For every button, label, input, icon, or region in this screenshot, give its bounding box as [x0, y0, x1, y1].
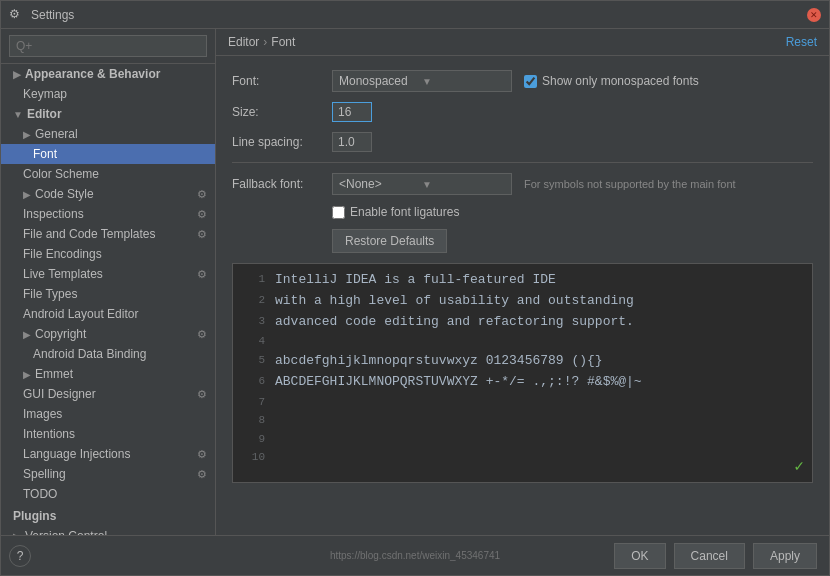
expand-arrow-code-style: ▶	[23, 189, 31, 200]
sidebar-item-inspections[interactable]: Inspections ⚙	[1, 204, 215, 224]
line-spacing-row: Line spacing:	[232, 132, 813, 152]
gear-icon-copyright: ⚙	[197, 328, 207, 341]
line-num-3: 3	[241, 312, 265, 333]
line-code-2: with a high level of usability and outst…	[275, 291, 634, 312]
settings-window: ⚙ Settings ✕ ▶ Appearance & Behavior Key…	[0, 0, 830, 576]
sidebar-item-images[interactable]: Images	[1, 404, 215, 424]
breadcrumb-parent: Editor	[228, 35, 259, 49]
sidebar-item-language-injections[interactable]: Language Injections ⚙	[1, 444, 215, 464]
line-num-4: 4	[241, 332, 265, 351]
gear-icon-lt: ⚙	[197, 268, 207, 281]
sidebar-item-android-data-binding[interactable]: Android Data Binding	[1, 344, 215, 364]
preview-line-1: 1 IntelliJ IDEA is a full-featured IDE	[241, 270, 804, 291]
sidebar-item-emmet[interactable]: ▶ Emmet	[1, 364, 215, 384]
preview-line-6: 6 ABCDEFGHIJKLMNOPQRSTUVWXYZ +-*/= .,;:!…	[241, 372, 804, 393]
sidebar-item-live-templates[interactable]: Live Templates ⚙	[1, 264, 215, 284]
sidebar-item-gui-designer[interactable]: GUI Designer ⚙	[1, 384, 215, 404]
fallback-font-dropdown[interactable]: <None> ▼	[332, 173, 512, 195]
help-button[interactable]: ?	[9, 545, 31, 567]
line-num-9: 9	[241, 430, 265, 449]
title-bar: ⚙ Settings ✕	[1, 1, 829, 29]
sidebar-item-file-types[interactable]: File Types	[1, 284, 215, 304]
divider	[232, 162, 813, 163]
monospaced-label: Show only monospaced fonts	[542, 74, 699, 88]
expand-arrow-general: ▶	[23, 129, 31, 140]
sidebar-item-todo[interactable]: TODO	[1, 484, 215, 504]
font-panel: Editor › Font Reset Font: Monospaced ▼	[216, 29, 829, 535]
ligatures-row: Enable font ligatures	[232, 205, 813, 219]
sidebar-item-plugins[interactable]: Plugins	[1, 506, 215, 526]
sidebar-item-copyright[interactable]: ▶ Copyright ⚙	[1, 324, 215, 344]
font-value: Monospaced	[339, 74, 422, 88]
gear-icon-fct: ⚙	[197, 228, 207, 241]
line-num-8: 8	[241, 411, 265, 430]
font-row: Font: Monospaced ▼ Show only monospaced …	[232, 70, 813, 92]
line-code-6: ABCDEFGHIJKLMNOPQRSTUVWXYZ +-*/= .,;:!? …	[275, 372, 642, 393]
sidebar-item-intentions[interactable]: Intentions	[1, 424, 215, 444]
preview-line-3: 3 advanced code editing and refactoring …	[241, 312, 804, 333]
size-label: Size:	[232, 105, 332, 119]
ligatures-label: Enable font ligatures	[350, 205, 459, 219]
sidebar-item-spelling[interactable]: Spelling ⚙	[1, 464, 215, 484]
monospaced-checkbox-row: Show only monospaced fonts	[524, 74, 699, 88]
gear-icon-gui: ⚙	[197, 388, 207, 401]
breadcrumb-path: Editor › Font	[228, 35, 295, 49]
sidebar-item-font[interactable]: Font	[1, 144, 215, 164]
gear-icon-inspections: ⚙	[197, 208, 207, 221]
gear-icon-spelling: ⚙	[197, 468, 207, 481]
sidebar-item-general[interactable]: ▶ General	[1, 124, 215, 144]
monospaced-checkbox[interactable]	[524, 75, 537, 88]
preview-line-8: 8	[241, 411, 804, 430]
fallback-font-hint: For symbols not supported by the main fo…	[524, 178, 736, 190]
apply-button[interactable]: Apply	[753, 543, 817, 569]
font-dropdown[interactable]: Monospaced ▼	[332, 70, 512, 92]
panel-content: Font: Monospaced ▼ Show only monospaced …	[216, 56, 829, 535]
line-spacing-input[interactable]	[332, 132, 372, 152]
line-num-7: 7	[241, 393, 265, 412]
watermark: https://blog.csdn.net/weixin_45346741	[330, 550, 500, 561]
sidebar-item-file-code-templates[interactable]: File and Code Templates ⚙	[1, 224, 215, 244]
window-controls: ✕	[807, 8, 821, 22]
restore-defaults-row: Restore Defaults	[232, 229, 813, 253]
size-row: Size:	[232, 102, 813, 122]
sidebar-item-keymap[interactable]: Keymap	[1, 84, 215, 104]
gear-icon: ⚙	[197, 188, 207, 201]
sidebar-item-editor[interactable]: ▼ Editor	[1, 104, 215, 124]
fallback-dropdown-arrow: ▼	[422, 179, 505, 190]
expand-arrow-copyright: ▶	[23, 329, 31, 340]
sidebar-item-file-encodings[interactable]: File Encodings	[1, 244, 215, 264]
dropdown-arrow: ▼	[422, 76, 505, 87]
font-preview: 1 IntelliJ IDEA is a full-featured IDE 2…	[232, 263, 813, 483]
app-icon: ⚙	[9, 7, 25, 23]
sidebar-item-android-layout-editor[interactable]: Android Layout Editor	[1, 304, 215, 324]
sidebar: ▶ Appearance & Behavior Keymap ▼ Editor …	[1, 29, 216, 535]
line-code-1: IntelliJ IDEA is a full-featured IDE	[275, 270, 556, 291]
gear-icon-li: ⚙	[197, 448, 207, 461]
ok-button[interactable]: OK	[614, 543, 665, 569]
sidebar-item-appearance[interactable]: ▶ Appearance & Behavior	[1, 64, 215, 84]
line-num-6: 6	[241, 372, 265, 393]
line-num-5: 5	[241, 351, 265, 372]
sidebar-item-version-control[interactable]: ▶ Version Control	[1, 526, 215, 535]
cancel-button[interactable]: Cancel	[674, 543, 745, 569]
ligatures-checkbox[interactable]	[332, 206, 345, 219]
preview-line-9: 9	[241, 430, 804, 449]
font-label: Font:	[232, 74, 332, 88]
size-input[interactable]	[332, 102, 372, 122]
fallback-font-row: Fallback font: <None> ▼ For symbols not …	[232, 173, 813, 195]
close-button[interactable]: ✕	[807, 8, 821, 22]
line-num-2: 2	[241, 291, 265, 312]
search-box	[1, 29, 215, 64]
sidebar-item-code-style[interactable]: ▶ Code Style ⚙	[1, 184, 215, 204]
search-input[interactable]	[9, 35, 207, 57]
reset-link[interactable]: Reset	[786, 35, 817, 49]
breadcrumb: Editor › Font Reset	[216, 29, 829, 56]
ligatures-checkbox-row: Enable font ligatures	[332, 205, 459, 219]
window-title: Settings	[31, 8, 807, 22]
restore-defaults-button[interactable]: Restore Defaults	[332, 229, 447, 253]
sidebar-item-color-scheme[interactable]: Color Scheme	[1, 164, 215, 184]
preview-line-7: 7	[241, 393, 804, 412]
preview-line-2: 2 with a high level of usability and out…	[241, 291, 804, 312]
fallback-font-value: <None>	[339, 177, 422, 191]
preview-line-4: 4	[241, 332, 804, 351]
